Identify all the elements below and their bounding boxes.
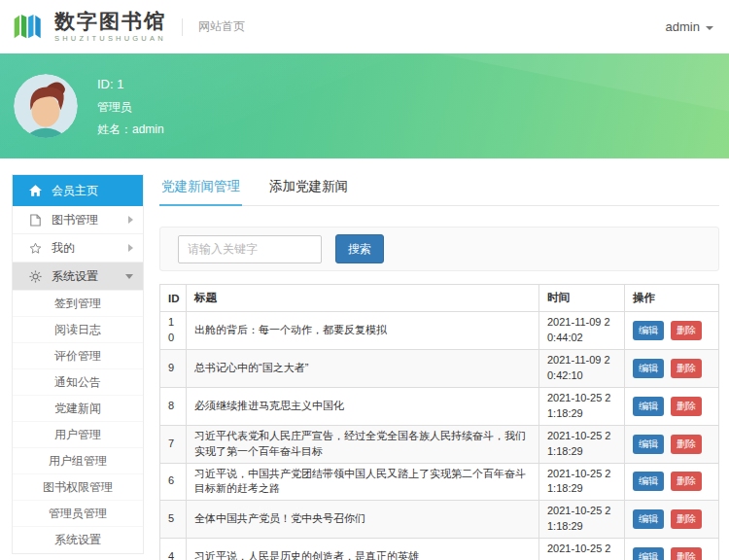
cell-id: 7 <box>160 425 187 463</box>
gear-icon <box>28 270 42 283</box>
user-banner: ID: 1 管理员 姓名：admin <box>0 53 729 158</box>
tab-add-party-news[interactable]: 添加党建新闻 <box>267 174 350 205</box>
sidebar: 会员主页 图书管理 我的 <box>12 174 144 554</box>
cell-time: 2021-10-25 21:18:29 <box>539 387 625 425</box>
sidebar-submenu-item[interactable]: 用户管理 <box>13 422 143 448</box>
cell-title: 总书记心中的“国之大者” <box>187 349 539 387</box>
logo-text: 数字图书馆 SHUZITUSHUGUAN <box>54 11 166 43</box>
sidebar-submenu-item[interactable]: 签到管理 <box>13 291 143 317</box>
cell-time: 2021-10-25 21:18:29 <box>539 425 625 463</box>
chevron-right-icon <box>128 216 133 224</box>
delete-button[interactable]: 删除 <box>671 321 702 340</box>
sidebar-item-label: 图书管理 <box>52 212 98 228</box>
sidebar-submenu-item[interactable]: 用户组管理 <box>13 448 143 474</box>
col-header-title: 标题 <box>187 285 539 312</box>
table-row: 9 总书记心中的“国之大者” 2021-11-09 20:42:10 编辑 删除 <box>160 349 719 387</box>
edit-button[interactable]: 编辑 <box>633 547 664 560</box>
cell-actions: 编辑 删除 <box>625 312 719 350</box>
cell-id: 5 <box>160 501 187 539</box>
cell-actions: 编辑 删除 <box>625 539 719 560</box>
sidebar-submenu-item[interactable]: 评价管理 <box>13 343 143 369</box>
header-divider <box>182 18 183 36</box>
delete-button[interactable]: 删除 <box>671 472 702 491</box>
edit-button[interactable]: 编辑 <box>633 509 664 529</box>
edit-button[interactable]: 编辑 <box>633 321 664 340</box>
user-name: 姓名：admin <box>97 123 164 135</box>
cell-time: 2021-10-25 21:18:29 <box>539 463 625 501</box>
col-header-time: 时间 <box>539 285 625 312</box>
chevron-down-icon <box>125 274 133 279</box>
sidebar-item-label: 会员主页 <box>52 183 98 199</box>
cell-actions: 编辑 删除 <box>625 501 719 539</box>
sidebar-submenu-item[interactable]: 系统设置 <box>13 527 143 553</box>
sidebar-item-mine[interactable]: 我的 <box>13 234 143 262</box>
cell-id: 8 <box>160 387 187 425</box>
table-row: 8 必须继续推进马克思主义中国化 2021-10-25 21:18:29 编辑 … <box>160 387 719 425</box>
cell-id: 10 <box>160 312 187 350</box>
sidebar-submenu-item[interactable]: 图书权限管理 <box>13 474 143 501</box>
user-dropdown-label: admin <box>666 19 700 34</box>
cell-id: 6 <box>160 463 187 501</box>
sidebar-submenu-item[interactable]: 通知公告 <box>13 369 143 396</box>
sidebar-item-book-management[interactable]: 图书管理 <box>13 206 143 234</box>
news-table-body: 10 出舱的背后：每一个动作，都要反复模拟 2021-11-09 20:44:0… <box>160 312 719 560</box>
user-id: ID: 1 <box>97 78 164 90</box>
sidebar-submenu-item[interactable]: 阅读日志 <box>13 317 143 343</box>
cell-title: 全体中国共产党员！党中央号召你们 <box>187 501 539 539</box>
nav-home-link[interactable]: 网站首页 <box>198 18 245 35</box>
table-row: 4 习近平说，人民是历史的创造者，是真正的英雄 2021-10-25 21:18… <box>160 539 719 560</box>
table-row: 5 全体中国共产党员！党中央号召你们 2021-10-25 21:18:29 编… <box>160 501 719 539</box>
search-button[interactable]: 搜索 <box>335 234 384 263</box>
cell-time: 2021-11-09 20:44:02 <box>539 312 625 350</box>
user-role: 管理员 <box>97 101 164 113</box>
tab-party-news-management[interactable]: 党建新闻管理 <box>159 174 242 206</box>
delete-button[interactable]: 删除 <box>671 435 702 454</box>
cell-title: 习近平代表党和人民庄严宣告，经过全党全国各族人民持续奋斗，我们实现了第一个百年奋… <box>187 425 539 463</box>
cell-title: 习近平说，中国共产党团结带领中国人民又踏上了实现第二个百年奋斗目标新的赶考之路 <box>187 463 539 501</box>
search-panel: 搜索 <box>159 227 719 271</box>
sidebar-submenu: 签到管理 阅读日志 评价管理 通知公告 党建新闻 用户管理 用户组管理 图书权限… <box>13 291 143 553</box>
star-icon <box>28 242 42 255</box>
delete-button[interactable]: 删除 <box>671 509 702 529</box>
sidebar-item-label: 我的 <box>52 240 75 257</box>
delete-button[interactable]: 删除 <box>671 397 702 416</box>
site-subtitle: SHUZITUSHUGUAN <box>54 34 166 43</box>
edit-button[interactable]: 编辑 <box>633 435 664 454</box>
document-icon <box>28 214 42 227</box>
edit-button[interactable]: 编辑 <box>633 472 664 491</box>
content-panel: 党建新闻管理 添加党建新闻 搜索 ID 标题 时间 操作 10 <box>159 174 719 560</box>
cell-actions: 编辑 删除 <box>625 349 719 387</box>
avatar <box>14 74 78 138</box>
user-dropdown[interactable]: admin <box>666 19 713 34</box>
main-area: 会员主页 图书管理 我的 <box>0 158 729 560</box>
delete-button[interactable]: 删除 <box>671 547 702 560</box>
cell-id: 9 <box>160 349 187 387</box>
cell-time: 2021-10-25 21:18:29 <box>539 501 625 539</box>
chevron-down-icon <box>706 26 713 30</box>
book-logo-icon <box>12 11 47 43</box>
cell-actions: 编辑 删除 <box>625 463 719 501</box>
cell-title: 习近平说，人民是历史的创造者，是真正的英雄 <box>187 539 539 560</box>
table-header-row: ID 标题 时间 操作 <box>160 285 719 312</box>
chevron-right-icon <box>128 244 133 252</box>
sidebar-item-system-settings[interactable]: 系统设置 <box>13 262 143 291</box>
news-table: ID 标题 时间 操作 10 出舱的背后：每一个动作，都要反复模拟 2021-1… <box>159 284 719 560</box>
edit-button[interactable]: 编辑 <box>633 359 664 378</box>
delete-button[interactable]: 删除 <box>671 359 702 378</box>
cell-time: 2021-10-25 21:18:29 <box>539 539 625 560</box>
top-header: 数字图书馆 SHUZITUSHUGUAN 网站首页 admin <box>0 0 729 53</box>
sidebar-submenu-item[interactable]: 党建新闻 <box>13 396 143 422</box>
table-row: 10 出舱的背后：每一个动作，都要反复模拟 2021-11-09 20:44:0… <box>160 312 719 350</box>
search-input[interactable] <box>178 235 322 263</box>
cell-time: 2021-11-09 20:42:10 <box>539 349 625 387</box>
cell-title: 出舱的背后：每一个动作，都要反复模拟 <box>187 312 539 350</box>
table-row: 7 习近平代表党和人民庄严宣告，经过全党全国各族人民持续奋斗，我们实现了第一个百… <box>160 425 719 463</box>
cell-title: 必须继续推进马克思主义中国化 <box>187 387 539 425</box>
sidebar-submenu-item[interactable]: 管理员管理 <box>13 501 143 527</box>
edit-button[interactable]: 编辑 <box>633 397 664 416</box>
cell-actions: 编辑 删除 <box>625 387 719 425</box>
col-header-id: ID <box>160 285 187 312</box>
tab-bar: 党建新闻管理 添加党建新闻 <box>159 174 719 206</box>
col-header-actions: 操作 <box>625 285 719 312</box>
sidebar-item-member-home[interactable]: 会员主页 <box>13 175 143 206</box>
